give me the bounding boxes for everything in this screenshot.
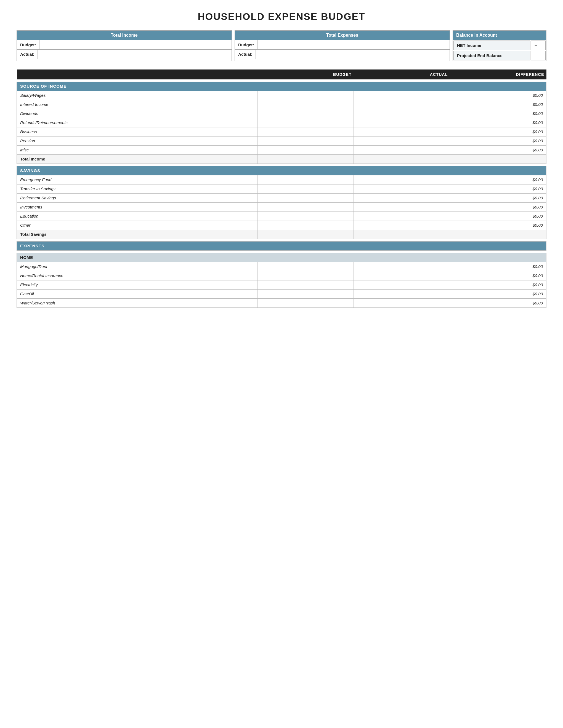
item-actual[interactable] (354, 146, 450, 155)
section-header-row: SAVINGS (17, 166, 546, 175)
total-budget[interactable] (257, 230, 354, 239)
item-diff: $0.00 (450, 184, 546, 194)
item-actual[interactable] (354, 137, 450, 146)
item-actual[interactable] (354, 127, 450, 137)
item-label: Salary/Wages (17, 91, 257, 100)
item-actual[interactable] (354, 118, 450, 127)
total-income-box: Total Income Budget: Actual: (17, 30, 232, 61)
summary-section: Total Income Budget: Actual: Total Expen… (17, 30, 546, 61)
table-row: Dividends $0.00 (17, 109, 546, 118)
item-actual[interactable] (354, 184, 450, 194)
item-label: Dividends (17, 109, 257, 118)
income-budget-value[interactable] (39, 40, 231, 49)
item-diff: $0.00 (450, 137, 546, 146)
spacer-row (17, 239, 546, 242)
item-label: Electricity (17, 280, 257, 290)
total-row: Total Savings (17, 230, 546, 239)
projected-balance-value[interactable] (531, 51, 546, 60)
income-budget-label: Budget: (17, 40, 39, 49)
income-actual-value[interactable] (38, 50, 231, 59)
total-actual[interactable] (354, 230, 450, 239)
item-budget[interactable] (257, 137, 354, 146)
income-actual-row: Actual: (17, 49, 231, 59)
item-diff: $0.00 (450, 109, 546, 118)
section-header-label: SOURCE OF INCOME (17, 82, 546, 91)
balance-box: Balance in Account NET Income -- Project… (453, 30, 546, 61)
total-diff (450, 155, 546, 164)
spacer-row (17, 79, 546, 82)
total-diff (450, 230, 546, 239)
col-label (17, 69, 257, 79)
total-budget[interactable] (257, 155, 354, 164)
item-actual[interactable] (354, 221, 450, 230)
budget-table: BUDGET ACTUAL DIFFERENCE SOURCE OF INCOM… (17, 69, 546, 308)
net-income-value[interactable]: -- (531, 41, 546, 50)
section-header-label: EXPENSES (17, 242, 546, 251)
page-title: HOUSEHOLD EXPENSE BUDGET (17, 11, 546, 22)
item-budget[interactable] (257, 109, 354, 118)
expenses-budget-label: Budget: (235, 40, 257, 49)
table-row: Business $0.00 (17, 127, 546, 137)
item-budget[interactable] (257, 127, 354, 137)
item-budget[interactable] (257, 262, 354, 271)
item-budget[interactable] (257, 299, 354, 308)
table-row: Other $0.00 (17, 221, 546, 230)
item-budget[interactable] (257, 184, 354, 194)
table-row: Misc. $0.00 (17, 146, 546, 155)
item-budget[interactable] (257, 280, 354, 290)
item-diff: $0.00 (450, 91, 546, 100)
item-actual[interactable] (354, 290, 450, 299)
item-budget[interactable] (257, 290, 354, 299)
item-actual[interactable] (354, 194, 450, 203)
expenses-actual-value[interactable] (255, 50, 450, 59)
item-diff: $0.00 (450, 271, 546, 280)
item-actual[interactable] (354, 280, 450, 290)
total-actual[interactable] (354, 155, 450, 164)
item-actual[interactable] (354, 299, 450, 308)
item-budget[interactable] (257, 212, 354, 221)
item-actual[interactable] (354, 203, 450, 212)
item-label: Refunds/Reimbursements (17, 118, 257, 127)
section-header-row: EXPENSES (17, 242, 546, 251)
total-row: Total Income (17, 155, 546, 164)
item-budget[interactable] (257, 221, 354, 230)
item-actual[interactable] (354, 262, 450, 271)
item-label: Home/Rental Insurance (17, 271, 257, 280)
item-diff: $0.00 (450, 203, 546, 212)
item-budget[interactable] (257, 271, 354, 280)
item-actual[interactable] (354, 91, 450, 100)
item-budget[interactable] (257, 194, 354, 203)
item-actual[interactable] (354, 100, 450, 109)
item-budget[interactable] (257, 203, 354, 212)
spacer-row (17, 251, 546, 253)
total-income-header: Total Income (17, 31, 231, 40)
item-budget[interactable] (257, 146, 354, 155)
net-income-row: NET Income -- (454, 41, 546, 50)
item-budget[interactable] (257, 91, 354, 100)
expenses-budget-value[interactable] (257, 40, 450, 49)
expenses-actual-label: Actual: (235, 50, 255, 59)
spacer-row (17, 164, 546, 166)
item-actual[interactable] (354, 175, 450, 184)
item-diff: $0.00 (450, 212, 546, 221)
table-row: Investments $0.00 (17, 203, 546, 212)
projected-balance-row: Projected End Balance (454, 51, 546, 60)
table-row: Education $0.00 (17, 212, 546, 221)
table-row: Electricity $0.00 (17, 280, 546, 290)
balance-header: Balance in Account (453, 31, 546, 40)
item-budget[interactable] (257, 100, 354, 109)
item-diff: $0.00 (450, 280, 546, 290)
item-diff: $0.00 (450, 100, 546, 109)
balance-table: NET Income -- Projected End Balance (453, 40, 546, 61)
item-budget[interactable] (257, 118, 354, 127)
table-row: Gas/Oil $0.00 (17, 290, 546, 299)
sub-header-row: HOME (17, 253, 546, 262)
total-label: Total Income (17, 155, 257, 164)
item-budget[interactable] (257, 175, 354, 184)
item-actual[interactable] (354, 109, 450, 118)
item-actual[interactable] (354, 271, 450, 280)
item-actual[interactable] (354, 212, 450, 221)
section-header-label: SAVINGS (17, 166, 546, 175)
net-income-label: NET Income (454, 41, 530, 50)
income-budget-row: Budget: (17, 40, 231, 49)
